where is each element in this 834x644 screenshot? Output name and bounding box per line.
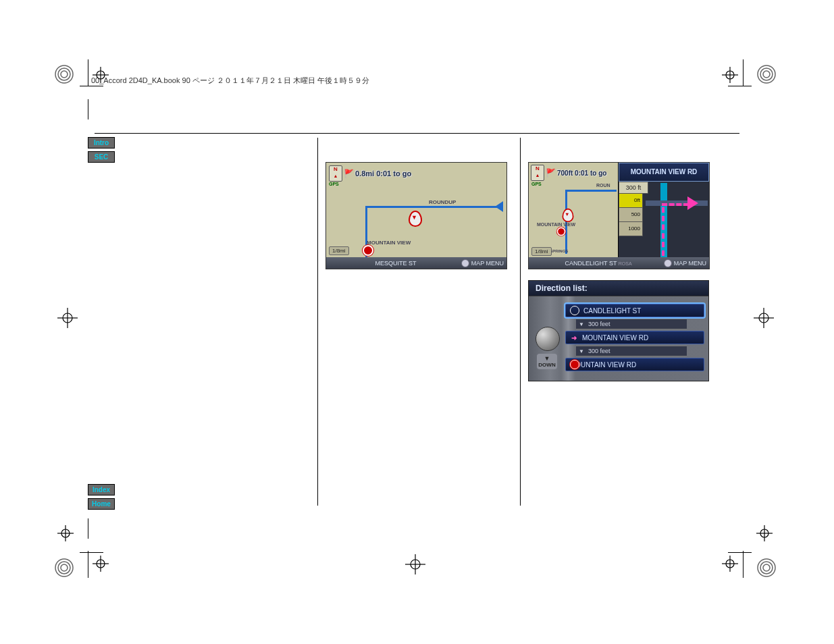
- joystick-icon: [461, 259, 469, 267]
- svg-point-32: [763, 564, 770, 571]
- split-map-pane: N 🚩 700ft 0:01 to go GPS ROUN MOUNTAIN V…: [529, 163, 618, 269]
- direction-list: CANDLELIGHT ST ▼ 300 feet ➜ MOUNTAIN VIE…: [565, 304, 704, 371]
- svg-point-31: [760, 562, 773, 574]
- gps-indicator: GPS: [329, 182, 339, 186]
- down-triangle-icon: ▼: [579, 321, 584, 327]
- current-street-name: CANDLELIGHT ST: [565, 260, 617, 267]
- distance-ladder: 0ft 500 1000: [619, 194, 643, 236]
- svg-point-1: [58, 68, 70, 80]
- direction-item[interactable]: CANDLELIGHT ST: [565, 304, 704, 317]
- column-2: N 🚩 0.8mi 0:01 to go GPS ROUNDUP MOUNTAI…: [325, 162, 511, 269]
- maneuver-start-icon: [570, 306, 579, 315]
- reg-circle-tr: [756, 64, 777, 84]
- svg-point-21: [55, 559, 73, 576]
- direction-distance-label: 300 feet: [588, 321, 610, 327]
- column-separator-2: [520, 138, 521, 506]
- map-menu-label: MAP MENU: [674, 260, 706, 267]
- svg-point-7: [760, 68, 773, 80]
- svg-point-29: [61, 529, 70, 537]
- road-label: ROUN: [596, 183, 610, 188]
- route-arrowhead: [495, 201, 503, 212]
- rule-v-tl: [88, 59, 88, 86]
- reg-target-br2: [756, 525, 773, 541]
- rule-v-left-lower: [88, 518, 88, 539]
- ladder-rung: 0ft: [619, 194, 643, 208]
- eta-readout: 700ft 0:01 to go: [557, 169, 606, 177]
- current-street-suffix: ROSA: [619, 261, 632, 266]
- rule-v-left-upper: [88, 99, 88, 119]
- side-tabs-top: Intro SEC: [88, 137, 115, 163]
- svg-point-2: [61, 71, 68, 78]
- vehicle-position-icon: [409, 211, 422, 227]
- route-flag-icon: 🚩: [546, 168, 556, 178]
- split-guidance-pane: MOUNTAIN VIEW RD 300 ft 0ft 500 1000: [618, 163, 709, 269]
- svg-point-23: [61, 564, 68, 571]
- next-turn-distance: 300 ft: [619, 182, 648, 194]
- route-segment: [565, 190, 617, 192]
- gps-indicator: GPS: [531, 182, 542, 186]
- compass-icon[interactable]: N: [329, 165, 342, 182]
- direction-item[interactable]: MOUNTAIN VIEW RD: [565, 358, 704, 371]
- road-label: ROUNDUP: [429, 199, 456, 205]
- svg-point-22: [58, 562, 70, 574]
- direction-item-label: CANDLELIGHT ST: [583, 307, 641, 315]
- direction-distance: ▼ 300 feet: [576, 319, 687, 329]
- direction-distance-label: 300 feet: [588, 348, 610, 354]
- ladder-rung: 1000: [619, 222, 643, 236]
- ladder-rung: 500: [619, 208, 643, 222]
- joystick-icon: [664, 259, 672, 267]
- side-tabs-bottom: Index Home: [88, 484, 115, 510]
- direction-item-label: MOUNTAIN VIEW RD: [570, 361, 636, 369]
- compass-icon[interactable]: N: [531, 165, 544, 181]
- page: 00_Accord 2D4D_KA.book 90 ページ ２０１１年７月２１日…: [95, 61, 739, 587]
- nav-top-bar: N 🚩 0.8mi 0:01 to go: [329, 165, 411, 182]
- scroll-down-indicator[interactable]: DOWN: [537, 354, 557, 369]
- map-menu-button[interactable]: MAP MENU: [664, 259, 706, 267]
- tab-index[interactable]: Index: [88, 484, 115, 495]
- reg-target-rm: [754, 308, 774, 328]
- map-scale[interactable]: 1/8mi: [531, 247, 552, 256]
- rule-v-br: [743, 551, 744, 578]
- guidance-route-dash: [662, 207, 664, 256]
- route-segment: [365, 206, 500, 208]
- svg-point-17: [759, 313, 768, 323]
- maneuver-turn-right-icon: ➜: [570, 333, 578, 342]
- road-label: MOUNTAIN VIEW: [537, 222, 575, 227]
- nav-top-bar: N 🚩 700ft 0:01 to go: [531, 165, 606, 181]
- svg-point-8: [763, 71, 770, 78]
- destination-icon: [363, 245, 373, 256]
- guidance-turn-arrow-icon: [687, 196, 698, 210]
- next-turn-street: MOUNTAIN VIEW RD: [619, 163, 709, 182]
- svg-point-30: [758, 559, 775, 576]
- column-3: N 🚩 700ft 0:01 to go GPS ROUN MOUNTAIN V…: [528, 162, 717, 381]
- map-bottom-bar: . MESQUITE ST MAP MENU: [326, 257, 506, 269]
- destination-icon: [557, 227, 566, 236]
- svg-point-38: [760, 529, 768, 537]
- road-label: MOUNTAIN VIEW: [367, 240, 411, 246]
- direction-item[interactable]: ➜ MOUNTAIN VIEW RD: [565, 331, 704, 344]
- reg-target-bl2: [57, 525, 74, 541]
- direction-distance: ▼ 300 feet: [576, 346, 687, 356]
- down-triangle-icon: ▼: [579, 348, 584, 354]
- svg-point-14: [63, 313, 72, 323]
- column-separator-1: [317, 138, 318, 506]
- current-street: CANDLELIGHT ST ROSA: [565, 260, 632, 267]
- map-scale[interactable]: 1/8mi: [329, 246, 349, 255]
- header-rule: [95, 133, 739, 134]
- rule-v-bl: [88, 551, 88, 578]
- current-street: MESQUITE ST: [375, 260, 417, 267]
- reg-circle-bl: [54, 558, 74, 578]
- tab-home[interactable]: Home: [88, 498, 115, 510]
- tab-sec[interactable]: SEC: [88, 151, 115, 163]
- direction-list-title: Direction list:: [529, 281, 708, 296]
- rule-v-tr: [743, 59, 744, 86]
- direction-item-label: MOUNTAIN VIEW RD: [582, 334, 648, 342]
- svg-point-6: [758, 65, 775, 83]
- route-flag-icon: 🚩: [344, 169, 354, 178]
- map-menu-button[interactable]: MAP MENU: [461, 259, 504, 267]
- print-header-line: 00_Accord 2D4D_KA.book 90 ページ ２０１１年７月２１日…: [91, 76, 369, 86]
- eta-readout: 0.8mi 0:01 to go: [355, 169, 411, 178]
- tab-intro[interactable]: Intro: [88, 137, 115, 149]
- selector-knob-icon[interactable]: [536, 327, 560, 351]
- svg-point-0: [55, 65, 73, 83]
